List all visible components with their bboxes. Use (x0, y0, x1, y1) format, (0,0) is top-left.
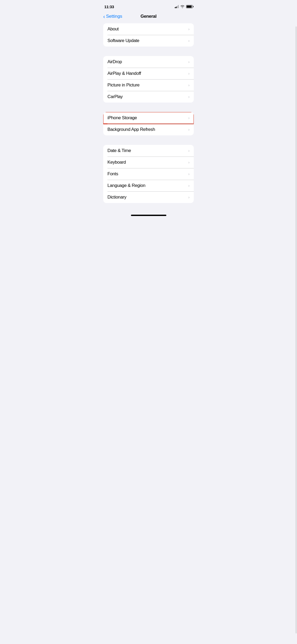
language-region-label: Language & Region (107, 183, 145, 188)
airplay-handoff-label: AirPlay & Handoff (107, 71, 141, 76)
settings-item-background-app-refresh[interactable]: Background App Refresh › (103, 124, 194, 135)
chevron-right-icon: › (188, 172, 190, 176)
chevron-right-icon: › (188, 149, 190, 153)
status-time: 11:33 (104, 4, 114, 9)
settings-item-airplay-handoff[interactable]: AirPlay & Handoff › (103, 68, 194, 79)
settings-item-fonts[interactable]: Fonts › (103, 168, 194, 180)
chevron-right-icon: › (188, 127, 190, 132)
settings-group-4: Date & Time › Keyboard › Fonts › Languag… (103, 145, 194, 203)
airdrop-label: AirDrop (107, 59, 122, 65)
settings-item-keyboard[interactable]: Keyboard › (103, 157, 194, 168)
settings-group-1: About › Software Update › (103, 23, 194, 47)
keyboard-label: Keyboard (107, 160, 126, 165)
chevron-right-icon: › (188, 116, 190, 120)
chevron-right-icon: › (188, 95, 190, 99)
back-label: Settings (106, 14, 122, 19)
chevron-right-icon: › (188, 60, 190, 64)
chevron-right-icon: › (188, 183, 190, 188)
back-button[interactable]: ‹ Settings (103, 14, 122, 19)
dictionary-label: Dictionary (107, 195, 126, 200)
home-bar (131, 215, 166, 216)
settings-container: About › Software Update › AirDrop › AirP… (99, 23, 198, 203)
settings-item-dictionary[interactable]: Dictionary › (103, 191, 194, 203)
fonts-label: Fonts (107, 171, 118, 177)
picture-in-picture-label: Picture in Picture (107, 82, 139, 88)
settings-item-picture-in-picture[interactable]: Picture in Picture › (103, 79, 194, 91)
chevron-right-icon: › (188, 83, 190, 87)
signal-icon (175, 5, 179, 8)
chevron-right-icon: › (188, 71, 190, 76)
content-area: About › Software Update › AirDrop › AirP… (99, 23, 198, 213)
settings-group-2: AirDrop › AirPlay & Handoff › Picture in… (103, 56, 194, 103)
settings-item-carplay[interactable]: CarPlay › (103, 91, 194, 103)
chevron-right-icon: › (188, 160, 190, 164)
status-icons (175, 5, 193, 8)
settings-item-language-region[interactable]: Language & Region › (103, 180, 194, 191)
chevron-right-icon: › (188, 195, 190, 199)
background-app-refresh-label: Background App Refresh (107, 127, 155, 132)
settings-item-about[interactable]: About › (103, 23, 194, 35)
back-chevron-icon: ‹ (103, 14, 105, 19)
status-bar: 11:33 (99, 0, 198, 12)
iphone-storage-label: iPhone Storage (107, 115, 137, 121)
settings-group-3: iPhone Storage › Background App Refresh … (103, 112, 194, 135)
home-indicator (99, 213, 198, 218)
settings-item-date-time[interactable]: Date & Time › (103, 145, 194, 157)
carplay-label: CarPlay (107, 94, 123, 99)
date-time-label: Date & Time (107, 148, 131, 153)
about-label: About (107, 26, 119, 32)
software-update-label: Software Update (107, 38, 139, 43)
settings-item-software-update[interactable]: Software Update › (103, 35, 194, 47)
chevron-right-icon: › (188, 27, 190, 31)
settings-item-iphone-storage[interactable]: iPhone Storage › (103, 112, 194, 124)
nav-header: ‹ Settings General (99, 12, 198, 23)
page-title: General (140, 14, 157, 19)
settings-item-airdrop[interactable]: AirDrop › (103, 56, 194, 68)
chevron-right-icon: › (188, 39, 190, 43)
battery-icon (186, 5, 193, 8)
wifi-icon (180, 5, 185, 8)
